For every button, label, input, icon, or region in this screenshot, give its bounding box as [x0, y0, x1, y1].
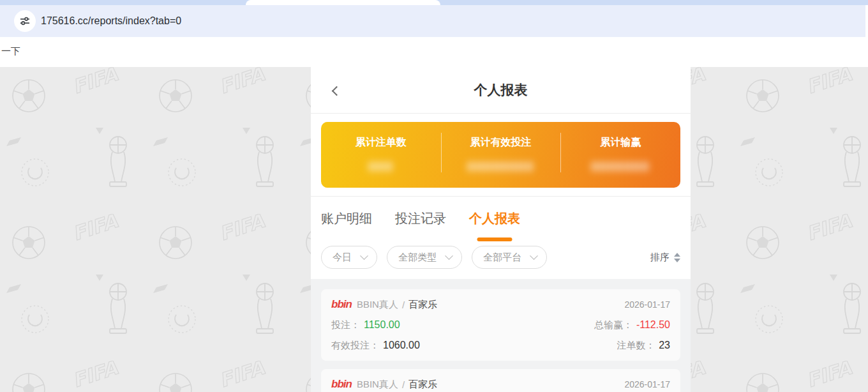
back-button[interactable]: [330, 85, 344, 99]
bet-count-label: 注单数：: [617, 340, 655, 352]
date-filter-dropdown[interactable]: 今日: [321, 246, 377, 269]
site-settings-button[interactable]: [14, 10, 36, 32]
page-notice-strip: 一下: [0, 37, 868, 67]
summary-card: 累计注单数 888 累计有效投注 88888888 累计输赢 8888888: [321, 122, 680, 188]
summary-label: 累计输赢: [600, 136, 641, 149]
type-filter-value: 全部类型: [398, 252, 437, 264]
tune-icon: [19, 15, 31, 27]
browser-tab-strip: [0, 0, 868, 5]
filter-row: 今日 全部类型 全部平台 排序: [321, 246, 680, 269]
separator: /: [402, 299, 405, 310]
record-date: 2026-01-17: [624, 299, 670, 310]
bet-count: 23: [659, 340, 670, 351]
page-title: 个人报表: [311, 67, 691, 113]
browser-address-bar[interactable]: 175616.cc/reports/index?tab=0: [0, 5, 865, 37]
tab-bet-records[interactable]: 投注记录: [395, 210, 446, 237]
summary-value-masked: 888: [368, 160, 393, 174]
summary-total-bets: 累计注单数 888: [321, 122, 441, 188]
chevron-down-icon: [445, 252, 453, 260]
tab-label: 个人报表: [469, 211, 520, 225]
chevron-left-icon: [332, 86, 342, 96]
record-row: 投注： 1150.00 总输赢： -112.50: [331, 319, 670, 331]
summary-win-loss: 累计输赢 8888888: [560, 122, 680, 188]
summary-valid-bets: 累计有效投注 88888888: [441, 122, 561, 188]
tabs-section: 账户明细 投注记录 个人报表 今日 全部类型 全部平台: [311, 197, 691, 279]
url-text[interactable]: 175616.cc/reports/index?tab=0: [41, 5, 181, 37]
game-name: 百家乐: [408, 299, 437, 311]
bet-label: 投注：: [331, 319, 360, 331]
record-header: bbin BBIN真人 / 百家乐 2026-01-17: [331, 378, 670, 391]
record-card: bbin BBIN真人 / 百家乐 2026-01-17: [321, 369, 680, 392]
summary-value-masked: 88888888: [467, 160, 534, 174]
report-header: 个人报表: [311, 67, 691, 113]
record-row: 有效投注： 1060.00 注单数： 23: [331, 340, 670, 352]
sort-arrows-icon: [674, 253, 680, 262]
tab-personal-report[interactable]: 个人报表: [469, 210, 520, 237]
screenshot-stage: 175616.cc/reports/index?tab=0 一下 FIFA: [0, 0, 868, 392]
provider-name: BBIN真人: [357, 299, 398, 311]
chevron-down-icon: [530, 252, 538, 260]
provider-name: BBIN真人: [357, 379, 398, 391]
record-date: 2026-01-17: [624, 379, 670, 389]
active-tab-underline: [477, 237, 513, 241]
active-browser-tab[interactable]: [246, 0, 440, 5]
summary-label: 累计有效投注: [470, 136, 532, 149]
separator: /: [402, 379, 405, 390]
platform-filter-dropdown[interactable]: 全部平台: [472, 246, 547, 269]
sort-label: 排序: [650, 252, 670, 264]
report-panel: 个人报表 累计注单数 888 累计有效投注 88888888 累计输赢 8888…: [311, 67, 691, 392]
chevron-down-icon: [360, 252, 368, 260]
record-header: bbin BBIN真人 / 百家乐 2026-01-17: [331, 298, 670, 311]
bbin-logo: bbin: [331, 378, 352, 391]
summary-label: 累计注单数: [355, 136, 407, 149]
winloss-amount: -112.50: [636, 319, 670, 331]
bet-amount: 1150.00: [364, 319, 400, 331]
valid-bet-amount: 1060.00: [383, 340, 420, 351]
sort-button[interactable]: 排序: [650, 252, 680, 264]
summary-value-masked: 8888888: [591, 160, 650, 174]
summary-section: 累计注单数 888 累计有效投注 88888888 累计输赢 8888888: [311, 114, 691, 196]
platform-filter-value: 全部平台: [483, 252, 521, 264]
winloss-label: 总输赢：: [594, 319, 632, 331]
tab-bar: 账户明细 投注记录 个人报表: [321, 197, 680, 237]
record-list: bbin BBIN真人 / 百家乐 2026-01-17 投注： 1150.00…: [311, 279, 691, 392]
game-name: 百家乐: [408, 379, 437, 391]
bbin-logo: bbin: [331, 298, 352, 311]
valid-bet-label: 有效投注：: [331, 340, 379, 352]
type-filter-dropdown[interactable]: 全部类型: [387, 246, 462, 269]
notice-text: 一下: [1, 45, 20, 57]
date-filter-value: 今日: [333, 252, 352, 264]
tab-account-details[interactable]: 账户明细: [321, 210, 372, 237]
record-card: bbin BBIN真人 / 百家乐 2026-01-17 投注： 1150.00…: [321, 289, 680, 361]
